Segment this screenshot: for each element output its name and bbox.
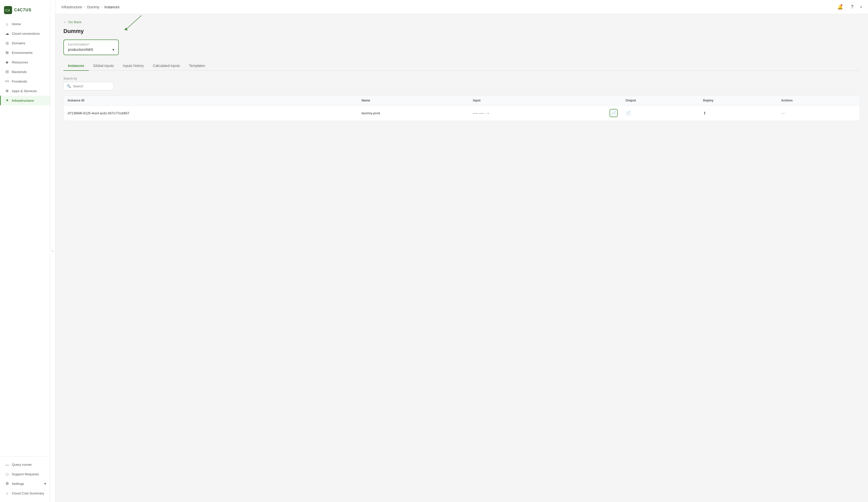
- breadcrumb-dummy[interactable]: Dummy: [87, 5, 99, 9]
- sidebar-item-label: Frontends: [12, 80, 27, 83]
- environment-select[interactable]: production/AWS ▾: [68, 48, 114, 52]
- sidebar-item-domains[interactable]: ◎ Domains: [0, 38, 50, 48]
- column-output: Output: [622, 96, 699, 106]
- sidebar-item-label: Domains: [12, 41, 25, 45]
- sidebar-item-frontends[interactable]: </> Frontends: [0, 77, 50, 86]
- backends-icon: ⊟: [5, 70, 9, 74]
- cell-input: ——→ 📄: [469, 106, 621, 121]
- sidebar-item-label: Cloud connections: [12, 32, 40, 36]
- go-back-button[interactable]: ← ← Go Back Go Back: [63, 20, 860, 24]
- apps-icon: ⊕: [5, 89, 9, 93]
- tab-inputs-history[interactable]: Inputs history: [118, 61, 148, 71]
- breadcrumb-instances: Instances: [104, 5, 120, 9]
- cell-instance-id: d71399d0-6125-4ce3-acd1-b57c77ccb657: [64, 106, 358, 121]
- sidebar-item-label: Infrastructure: [12, 99, 34, 102]
- settings-icon: ⚙: [5, 481, 9, 486]
- tabs: Instances Global inputs Inputs history C…: [63, 61, 860, 71]
- sidebar-item-label: Environments: [12, 51, 33, 54]
- input-file-button[interactable]: 📄: [610, 109, 618, 117]
- sidebar-item-settings[interactable]: ⚙ Settings ▾: [0, 479, 50, 489]
- notification-dot: [840, 4, 843, 6]
- frontends-icon: </>: [5, 79, 9, 83]
- sidebar-item-label: Apps & Services: [12, 89, 37, 93]
- sidebar-item-label: Resources: [12, 60, 28, 64]
- help-icon: ?: [851, 4, 854, 10]
- cloud-icon: ☁: [5, 31, 9, 36]
- environment-value: production/AWS: [68, 48, 93, 52]
- tab-calculated-inputs[interactable]: Calculated inputs: [148, 61, 184, 71]
- output-file-icon[interactable]: 📄: [626, 111, 631, 115]
- home-icon: ⌂: [5, 22, 9, 26]
- more-actions-icon[interactable]: ⋯: [781, 111, 786, 116]
- breadcrumb-sep-1: ›: [84, 5, 85, 9]
- notifications-button[interactable]: 🔔: [836, 3, 844, 11]
- sidebar-item-backends[interactable]: ⊟ Backends: [0, 67, 50, 77]
- column-actions: Actions: [777, 96, 860, 106]
- sidebar-bottom: — Query runner □ Support Requests ⚙ Sett…: [0, 456, 50, 498]
- sidebar-item-label: Cloud Cost Summary: [12, 491, 44, 495]
- search-icon: 🔍: [67, 84, 71, 88]
- breadcrumb-infrastructure[interactable]: Infrastructure: [61, 5, 82, 9]
- resources-icon: ◈: [5, 60, 9, 64]
- back-arrow-icon: ←: [63, 20, 67, 24]
- logo-icon: C4: [4, 6, 12, 14]
- environment-chevron-icon: ▾: [113, 48, 114, 52]
- query-runner-icon: —: [5, 462, 9, 467]
- topbar-chevron-icon[interactable]: ▾: [860, 5, 862, 9]
- file-doc-icon: 📄: [611, 111, 616, 116]
- cloud-cost-icon: ○: [5, 491, 9, 495]
- annotation-area: Dummy: [63, 28, 860, 34]
- settings-chevron-icon: ▾: [44, 482, 46, 486]
- arrow-line: ——→: [473, 110, 607, 116]
- tab-instances[interactable]: Instances: [63, 61, 89, 71]
- arrow-right-icon: ——→: [473, 110, 491, 116]
- search-label: Search by: [63, 77, 860, 80]
- sidebar-item-resources[interactable]: ◈ Resources: [0, 57, 50, 67]
- table: Instance ID Name Input Output Deploy Act…: [64, 96, 860, 121]
- cell-actions: ⋯: [777, 106, 860, 121]
- sidebar-item-cloud-connections[interactable]: ☁ Cloud connections: [0, 29, 50, 38]
- sidebar-item-label: Support Requests: [12, 472, 39, 476]
- input-cell: ——→ 📄: [473, 109, 617, 117]
- sidebar-item-label: Settings: [12, 482, 24, 486]
- logo: C4 C4C7US: [0, 4, 50, 19]
- logo-text: C4C7US: [14, 8, 31, 12]
- column-input: Input: [469, 96, 621, 106]
- support-icon: □: [5, 472, 9, 476]
- search-section: Search by 🔍: [63, 77, 860, 90]
- sidebar-item-label: Backends: [12, 70, 27, 74]
- help-button[interactable]: ?: [848, 3, 856, 11]
- main-area: Infrastructure › Dummy › Instances 🔔 ? ▾…: [55, 0, 868, 502]
- cell-deploy: ⬆: [699, 106, 777, 121]
- sidebar-toggle[interactable]: ‹: [50, 0, 55, 502]
- environments-icon: ⊞: [5, 50, 9, 55]
- sidebar-item-support-requests[interactable]: □ Support Requests: [0, 469, 50, 479]
- tab-global-inputs[interactable]: Global inputs: [89, 61, 118, 71]
- table-header-row: Instance ID Name Input Output Deploy Act…: [64, 96, 860, 106]
- sidebar-item-environments[interactable]: ⊞ Environments: [0, 48, 50, 57]
- search-input[interactable]: [73, 84, 111, 88]
- page-title: Dummy: [63, 28, 860, 34]
- deploy-upload-icon[interactable]: ⬆: [703, 111, 706, 115]
- infrastructure-icon: ✦: [5, 98, 9, 103]
- column-name: Name: [358, 96, 469, 106]
- sidebar-item-apps-services[interactable]: ⊕ Apps & Services: [0, 86, 50, 96]
- environment-selector[interactable]: Environment production/AWS ▾: [63, 40, 119, 55]
- sidebar-item-home[interactable]: ⌂ Home: [0, 19, 50, 29]
- cell-name: dummy-prod: [358, 106, 469, 121]
- breadcrumb-sep-2: ›: [101, 5, 102, 9]
- content-area: ← ← Go Back Go Back Dummy Environment pr…: [55, 14, 868, 502]
- domains-icon: ◎: [5, 41, 9, 45]
- sidebar-item-infrastructure[interactable]: ✦ Infrastructure: [0, 96, 50, 105]
- column-instance-id: Instance ID: [64, 96, 358, 106]
- svg-text:C4: C4: [5, 8, 10, 12]
- tab-templates[interactable]: Templates: [184, 61, 209, 71]
- sidebar-item-query-runner[interactable]: — Query runner: [0, 460, 50, 469]
- environment-label: Environment: [68, 43, 114, 46]
- topbar: Infrastructure › Dummy › Instances 🔔 ? ▾: [55, 0, 868, 14]
- sidebar: C4 C4C7US ⌂ Home ☁ Cloud connections ◎ D…: [0, 0, 50, 502]
- instances-table: Instance ID Name Input Output Deploy Act…: [63, 96, 860, 121]
- sidebar-item-cloud-cost-summary[interactable]: ○ Cloud Cost Summary: [0, 489, 50, 498]
- sidebar-item-label: Query runner: [12, 463, 32, 466]
- table-row: d71399d0-6125-4ce3-acd1-b57c77ccb657 dum…: [64, 106, 860, 121]
